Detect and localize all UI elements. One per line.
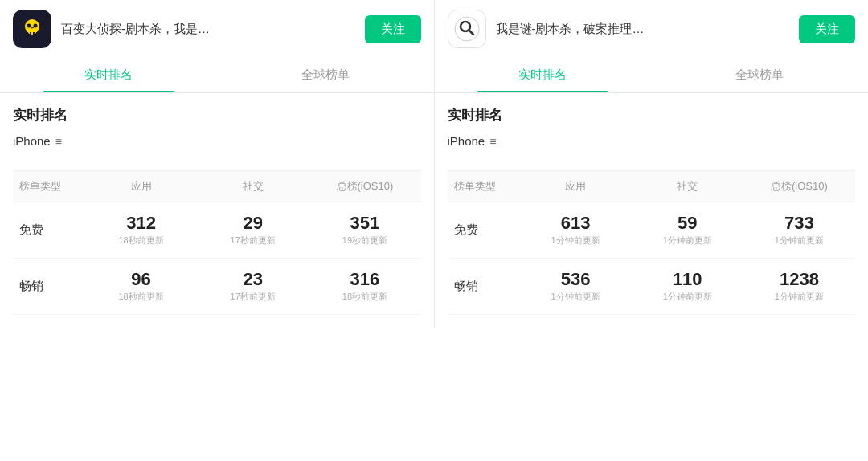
rank-cell-free-total-1: 351 19秒前更新 [309, 214, 420, 247]
section-title-1: 实时排名 [13, 106, 421, 124]
skull-icon [19, 16, 45, 42]
rank-cell-bestseller-total-1: 316 18秒前更新 [309, 270, 420, 303]
rank-update-bestseller-app-1: 18秒前更新 [85, 291, 197, 303]
rank-update-bestseller-total-1: 18秒前更新 [309, 291, 420, 303]
rank-number-bestseller-app-1: 96 [85, 270, 197, 289]
tab-global-1[interactable]: 全球榜单 [217, 58, 434, 92]
rank-cell-free-social-1: 29 17秒前更新 [197, 214, 309, 247]
panel-2: 我是谜-剧本杀，破案推理… 关注 实时排名 全球榜单 实时排名 iPhone ≡… [435, 0, 869, 328]
content-1: 实时排名 iPhone ≡ 榜单类型 应用 社交 总榜(iOS10) 免费 31… [0, 93, 434, 328]
rank-cell-bestseller-total-2: 1238 1分钟前更新 [743, 270, 855, 303]
rank-cell-free-total-2: 733 1分钟前更新 [743, 214, 855, 247]
panel-1: 百变大侦探-剧本杀，我是… 关注 实时排名 全球榜单 实时排名 iPhone ≡… [0, 0, 435, 328]
tabs-1: 实时排名 全球榜单 [0, 58, 434, 93]
col-header-social-1: 社交 [197, 179, 309, 194]
table-row-free-1: 免费 312 18秒前更新 29 17秒前更新 351 19秒前更新 [13, 202, 421, 259]
col-header-total-2: 总榜(iOS10) [743, 179, 855, 194]
category-bestseller-2: 畅销 [448, 279, 520, 294]
follow-button-2[interactable]: 关注 [799, 15, 855, 43]
rank-update-bestseller-social-1: 17秒前更新 [197, 291, 309, 303]
table-row-free-2: 免费 613 1分钟前更新 59 1分钟前更新 733 1分钟前更新 [448, 202, 856, 259]
app-header-2: 我是谜-剧本杀，破案推理… 关注 [435, 0, 869, 58]
svg-line-8 [469, 31, 473, 35]
app-icon-2 [448, 10, 486, 48]
follow-button-1[interactable]: 关注 [365, 15, 421, 43]
category-bestseller-1: 畅销 [13, 279, 85, 294]
category-free-1: 免费 [13, 222, 85, 238]
rank-cell-bestseller-social-2: 110 1分钟前更新 [632, 270, 743, 303]
rank-update-bestseller-total-2: 1分钟前更新 [743, 291, 855, 303]
rank-number-free-total-1: 351 [309, 214, 420, 233]
rank-cell-free-app-2: 613 1分钟前更新 [520, 214, 632, 247]
col-header-social-2: 社交 [632, 179, 743, 194]
svg-rect-5 [33, 32, 35, 35]
app-header-1: 百变大侦探-剧本杀，我是… 关注 [0, 0, 434, 58]
rank-number-bestseller-social-2: 110 [632, 270, 743, 289]
col-header-type-1: 榜单类型 [13, 179, 85, 194]
rank-number-free-social-1: 29 [197, 214, 309, 233]
svg-point-2 [34, 24, 38, 28]
rank-number-bestseller-total-1: 316 [309, 270, 420, 289]
rank-update-bestseller-social-2: 1分钟前更新 [632, 291, 743, 303]
rank-cell-bestseller-app-2: 536 1分钟前更新 [520, 270, 632, 303]
tab-realtime-1[interactable]: 实时排名 [0, 58, 217, 92]
app-title-1: 百变大侦探-剧本杀，我是… [61, 22, 355, 37]
device-label-1: iPhone [13, 134, 51, 148]
category-free-2: 免费 [448, 222, 520, 238]
rank-cell-bestseller-social-1: 23 17秒前更新 [197, 270, 309, 303]
rank-number-bestseller-social-1: 23 [197, 270, 309, 289]
device-icon-2: ≡ [489, 135, 496, 148]
col-header-total-1: 总榜(iOS10) [309, 179, 420, 194]
rank-cell-bestseller-app-1: 96 18秒前更新 [85, 270, 197, 303]
rank-number-free-social-2: 59 [632, 214, 743, 233]
tabs-2: 实时排名 全球榜单 [435, 58, 869, 93]
table-header-2: 榜单类型 应用 社交 总榜(iOS10) [448, 170, 856, 202]
rank-update-free-social-1: 17秒前更新 [197, 235, 309, 247]
search-circle-icon [454, 16, 480, 42]
rank-update-bestseller-app-2: 1分钟前更新 [520, 291, 632, 303]
svg-rect-4 [30, 32, 31, 35]
rank-number-bestseller-total-2: 1238 [743, 270, 855, 289]
rank-cell-free-app-1: 312 18秒前更新 [85, 214, 197, 247]
table-header-1: 榜单类型 应用 社交 总榜(iOS10) [13, 170, 421, 202]
section-title-2: 实时排名 [448, 106, 856, 124]
svg-point-3 [28, 30, 36, 35]
table-row-bestseller-2: 畅销 536 1分钟前更新 110 1分钟前更新 1238 1分钟前更新 [448, 259, 856, 315]
rank-update-free-social-2: 1分钟前更新 [632, 235, 743, 247]
rank-cell-free-social-2: 59 1分钟前更新 [632, 214, 743, 247]
col-header-type-2: 榜单类型 [448, 179, 520, 194]
device-row-1: iPhone ≡ [13, 134, 421, 157]
rank-update-free-total-1: 19秒前更新 [309, 235, 420, 247]
rank-number-bestseller-app-2: 536 [520, 270, 632, 289]
app-title-2: 我是谜-剧本杀，破案推理… [496, 22, 790, 37]
svg-point-1 [27, 24, 31, 28]
tab-realtime-2[interactable]: 实时排名 [435, 58, 652, 92]
main-container: 百变大侦探-剧本杀，我是… 关注 实时排名 全球榜单 实时排名 iPhone ≡… [0, 0, 868, 328]
rank-number-free-total-2: 733 [743, 214, 855, 233]
rank-update-free-app-1: 18秒前更新 [85, 235, 197, 247]
rank-number-free-app-1: 312 [85, 214, 197, 233]
content-2: 实时排名 iPhone ≡ 榜单类型 应用 社交 总榜(iOS10) 免费 61… [435, 93, 869, 328]
device-icon-1: ≡ [55, 135, 62, 148]
rank-update-free-app-2: 1分钟前更新 [520, 235, 632, 247]
col-header-app-1: 应用 [85, 179, 197, 194]
device-row-2: iPhone ≡ [448, 134, 856, 157]
tab-global-2[interactable]: 全球榜单 [651, 58, 868, 92]
app-icon-1 [13, 10, 51, 48]
rank-number-free-app-2: 613 [520, 214, 632, 233]
device-label-2: iPhone [448, 134, 485, 148]
col-header-app-2: 应用 [520, 179, 632, 194]
svg-point-6 [455, 17, 479, 41]
rank-update-free-total-2: 1分钟前更新 [743, 235, 855, 247]
table-row-bestseller-1: 畅销 96 18秒前更新 23 17秒前更新 316 18秒前更新 [13, 259, 421, 315]
